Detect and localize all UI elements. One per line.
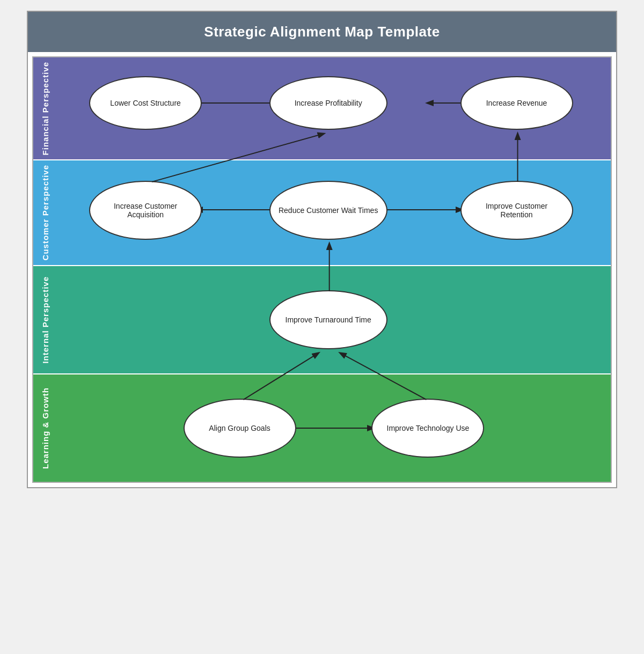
learning-content: Align Group Goals Improve Technology Use [57, 374, 611, 482]
increase-revenue-ellipse: Increase Revenue [460, 76, 573, 130]
increase-revenue-node: Increase Revenue [458, 76, 576, 130]
internal-label: Internal Perspective [41, 276, 50, 364]
learning-section: Learning & Growth Align Group Goals [33, 374, 611, 482]
lower-cost-node: Lower Cost Structure [86, 76, 204, 130]
internal-content: Improve Turnaround Time [57, 266, 611, 373]
customer-section: Customer Perspective [33, 160, 611, 266]
page-title: Strategic Alignment Map Template [28, 12, 616, 52]
improve-tech-node: Improve Technology Use [369, 399, 487, 458]
learning-label: Learning & Growth [41, 387, 50, 469]
increase-acquisition-node: Increase Customer Acquisition [86, 181, 204, 240]
increase-profit-ellipse: Increase Profitability [269, 76, 387, 130]
align-goals-node: Align Group Goals [181, 399, 299, 458]
customer-label: Customer Perspective [41, 165, 50, 260]
improve-retention-node: Improve Customer Retention [458, 181, 576, 240]
learning-arrows [57, 374, 611, 482]
sections-wrapper: Financial Perspective [32, 56, 612, 483]
financial-label: Financial Perspective [41, 62, 50, 155]
align-goals-ellipse: Align Group Goals [184, 399, 296, 458]
increase-acquisition-ellipse: Increase Customer Acquisition [89, 181, 202, 240]
financial-content: Lower Cost Structure Increase Profitabil… [57, 57, 611, 149]
main-container: Strategic Alignment Map Template Financi… [27, 11, 617, 488]
improve-retention-ellipse: Improve Customer Retention [460, 181, 573, 240]
internal-section: Internal Perspective Improve Turnaround … [33, 266, 611, 374]
financial-label-col: Financial Perspective [33, 57, 57, 159]
reduce-wait-node: Reduce Customer Wait Times [269, 181, 387, 240]
improve-tech-ellipse: Improve Technology Use [371, 399, 484, 458]
reduce-wait-ellipse: Reduce Customer Wait Times [269, 181, 387, 240]
improve-turnaround-ellipse: Improve Turnaround Time [269, 290, 387, 349]
lower-cost-ellipse: Lower Cost Structure [89, 76, 202, 130]
learning-label-col: Learning & Growth [33, 374, 57, 482]
improve-turnaround-node: Improve Turnaround Time [269, 290, 387, 349]
increase-profit-node: Increase Profitability [269, 76, 387, 130]
customer-content: Increase Customer Acquisition Reduce Cus… [57, 160, 611, 260]
customer-label-col: Customer Perspective [33, 160, 57, 264]
financial-section: Financial Perspective [33, 57, 611, 160]
internal-label-col: Internal Perspective [33, 266, 57, 373]
